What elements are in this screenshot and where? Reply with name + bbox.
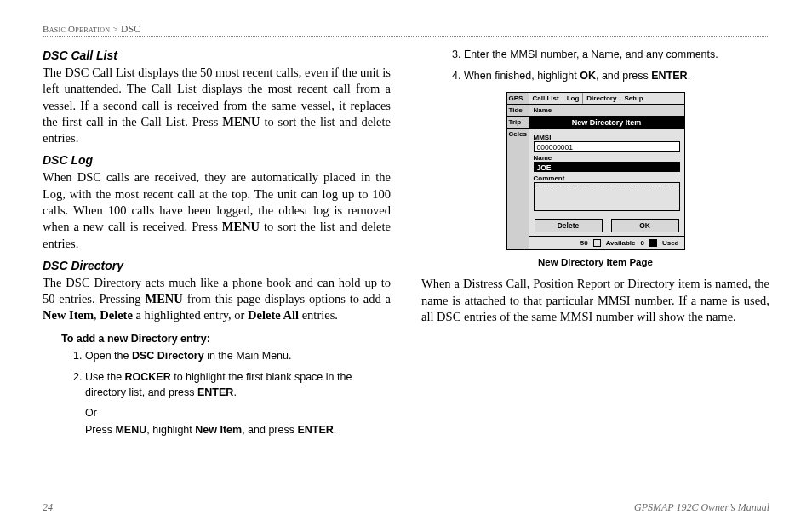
heading-dsc-directory: DSC Directory — [43, 259, 391, 272]
subhead-add-entry: To add a new Directory entry: — [61, 333, 391, 345]
side-tab: Celes — [507, 129, 529, 140]
status-used: Used — [662, 239, 679, 247]
available-swatch-icon — [593, 239, 601, 247]
delete-button: Delete — [535, 219, 603, 232]
figure-caption: New Directory Item Page — [506, 257, 685, 267]
breadcrumb-part2: DSC — [121, 24, 140, 34]
status-available: Available — [606, 239, 636, 247]
tab: Log — [563, 93, 584, 104]
ok-button: OK — [611, 219, 679, 232]
step-2-alt: Press MENU, highlight New Item, and pres… — [85, 422, 387, 437]
tab: Directory — [583, 93, 620, 104]
step-4: When finished, highlight OK, and press E… — [464, 68, 766, 83]
screenshot-subtabs: Name — [529, 105, 684, 117]
comment-field — [534, 182, 680, 211]
screenshot-top-tabs: Call List Log Directory Setup — [529, 93, 684, 105]
tab: Call List — [529, 93, 563, 104]
breadcrumb: Basic Operation > DSC — [43, 24, 769, 37]
para-directory: The DSC Directory acts much like a phone… — [43, 275, 391, 324]
steps-list-right: Enter the MMSI number, a Name, and any c… — [464, 47, 769, 83]
left-column: DSC Call List The DSC Call List displays… — [43, 42, 391, 443]
step-1: Open the DSC Directory in the Main Menu. — [85, 348, 387, 363]
para-call-list: The DSC Call List displays the 50 most r… — [43, 65, 391, 146]
name-field: JOE — [534, 162, 680, 172]
steps-list-left: Open the DSC Directory in the Main Menu.… — [85, 348, 391, 438]
tab: Setup — [620, 93, 646, 104]
doc-title: GPSMAP 192C Owner’s Manual — [634, 501, 769, 514]
side-tab: Tide — [507, 105, 529, 117]
right-column: Enter the MMSI number, a Name, and any c… — [421, 42, 769, 443]
side-tab: GPS — [507, 93, 529, 105]
heading-dsc-call-list: DSC Call List — [43, 49, 391, 62]
screenshot-title-bar: New Directory Item — [529, 117, 684, 129]
step-2: Use the ROCKER to highlight the first bl… — [85, 369, 387, 438]
status-used-count: 0 — [640, 239, 643, 247]
page-number: 24 — [43, 501, 53, 514]
status-count: 50 — [580, 239, 588, 247]
page-footer: 24 GPSMAP 192C Owner’s Manual — [43, 501, 769, 514]
comment-label: Comment — [534, 174, 680, 182]
subtab: Name — [529, 105, 557, 116]
figure-new-directory-item: GPS Tide Trip Celes Call List Log Direct… — [506, 92, 685, 267]
breadcrumb-part1: Basic Operation — [43, 24, 110, 34]
step-2-or: Or — [85, 405, 387, 420]
mmsi-label: MMSI — [534, 134, 680, 141]
para-log: When DSC calls are received, they are au… — [43, 169, 391, 251]
screenshot-side-tabs: GPS Tide Trip Celes — [507, 93, 529, 249]
breadcrumb-sep: > — [110, 24, 121, 34]
screenshot-form: MMSI 000000001 Name JOE Comment — [529, 129, 684, 214]
para-naming: When a Distress Call, Position Report or… — [421, 276, 769, 325]
screenshot-button-row: Delete OK — [529, 214, 684, 236]
name-label: Name — [534, 154, 680, 162]
device-screenshot: GPS Tide Trip Celes Call List Log Direct… — [506, 92, 685, 250]
step-3: Enter the MMSI number, a Name, and any c… — [464, 47, 766, 62]
side-tab: Trip — [507, 117, 529, 129]
used-swatch-icon — [649, 239, 657, 247]
mmsi-field: 000000001 — [534, 141, 680, 152]
screenshot-status-bar: 50 Available 0 Used — [529, 236, 684, 249]
heading-dsc-log: DSC Log — [43, 153, 391, 167]
